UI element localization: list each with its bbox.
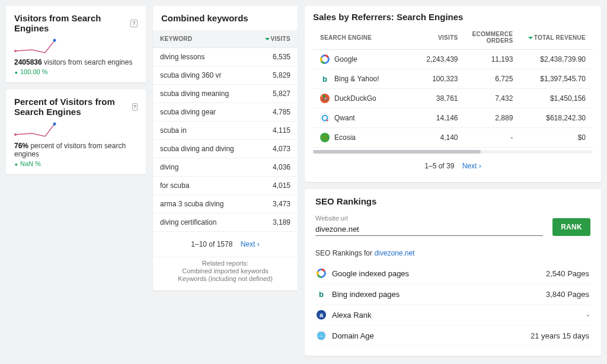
visits-cell: 4,036 — [253, 158, 298, 177]
keywords-col-visits[interactable]: Visits — [253, 30, 298, 48]
horizontal-scrollbar[interactable] — [313, 150, 593, 154]
table-row[interactable]: bBing & Yahoo!100,3236,725$1,397,545.70 — [313, 69, 593, 89]
table-row[interactable]: scuba diving meaning5,827 — [153, 85, 298, 103]
keyword-cell: diving — [153, 158, 253, 177]
arrow-up-icon: ⬥ — [14, 160, 18, 167]
visits-cell: 5,829 — [253, 66, 298, 85]
table-row[interactable]: diving4,036 — [153, 158, 298, 177]
referrers-table: Search Engine Visits Ecommerce Orders To… — [313, 25, 593, 148]
sort-desc-icon — [528, 37, 533, 39]
table-row[interactable]: diving certification3,189 — [153, 213, 298, 232]
globe-icon: 🌐 — [317, 331, 326, 340]
bing-icon: b — [320, 74, 330, 84]
revenue-cell: $2,438,739.90 — [520, 50, 593, 69]
referrers-title: Sales by Referrers: Search Engines — [313, 12, 593, 22]
related-link-1[interactable]: Combined imported keywords — [158, 267, 293, 274]
visits-cell: 2,243,439 — [419, 50, 465, 69]
seo-url-row: Website url RANK — [315, 215, 590, 236]
table-row[interactable]: 🌿Ecosia4,140-$0 — [313, 128, 593, 148]
visitors-change-value: 100.00 % — [20, 68, 47, 75]
table-row[interactable]: scuba diving and diving4,073 — [153, 140, 298, 158]
engine-cell: 🦆DuckDuckGo — [313, 89, 419, 108]
table-row[interactable]: diving lessons6,535 — [153, 48, 298, 66]
referrers-col-engine[interactable]: Search Engine — [313, 25, 419, 50]
svg-point-0 — [14, 50, 17, 52]
visitors-title: Visitors from Search Engines ? — [14, 13, 138, 33]
table-row[interactable]: scuba diving gear4,785 — [153, 103, 298, 122]
seo-row-value: 21 years 15 days — [531, 331, 589, 340]
revenue-cell: $618,242.30 — [520, 108, 593, 128]
rank-button[interactable]: RANK — [552, 218, 590, 236]
visits-cell: 3,473 — [253, 195, 298, 213]
keyword-cell: scuba diving 360 vr — [153, 66, 253, 85]
visits-cell: 5,827 — [253, 85, 298, 103]
table-row[interactable]: 🦆DuckDuckGo38,7617,432$1,450,156 — [313, 89, 593, 108]
revenue-cell: $1,397,545.70 — [520, 69, 593, 89]
table-row[interactable]: Google2,243,43911,193$2,438,739.90 — [313, 50, 593, 69]
percent-stat-value: 76% — [14, 142, 28, 150]
keyword-cell: diving lessons — [153, 48, 253, 66]
engine-cell: Google — [313, 50, 419, 69]
percent-sparkline — [14, 120, 138, 139]
keywords-related: Related reports: Combined imported keywo… — [153, 257, 298, 290]
sort-desc-icon — [265, 38, 270, 40]
keyword-cell: scuba diving gear — [153, 103, 253, 122]
seo-row-value: 3,840 Pages — [546, 290, 589, 299]
keywords-pager: 1–10 of 1578 Next › — [153, 232, 298, 257]
seo-title: SEO Rankings — [315, 196, 590, 206]
table-row[interactable]: arma 3 scuba diving3,473 — [153, 195, 298, 213]
visits-cell: 4,015 — [253, 177, 298, 195]
keywords-title: Combined keywords — [153, 6, 298, 27]
visits-cell: 4,140 — [419, 128, 465, 148]
table-row[interactable]: scuba in4,115 — [153, 122, 298, 140]
ecosia-icon: 🌿 — [320, 133, 330, 142]
seo-row-label: Bing indexed pages — [332, 290, 400, 299]
help-icon[interactable]: ? — [132, 103, 138, 111]
keywords-pager-label: 1–10 of 1578 — [191, 240, 232, 248]
keyword-cell: scuba diving and diving — [153, 140, 253, 158]
keyword-cell: diving certification — [153, 213, 253, 232]
seo-sub: SEO Rankings for divezone.net — [315, 249, 590, 257]
keywords-table: Keyword Visits diving lessons6,535scuba … — [153, 30, 298, 232]
arrow-up-icon: ⬥ — [14, 68, 18, 75]
alexa-icon: a — [317, 310, 326, 320]
list-item: Google indexed pages2,540 Pages — [315, 263, 590, 284]
list-item: aAlexa Rank- — [315, 305, 590, 325]
duckduckgo-icon: 🦆 — [320, 94, 330, 103]
referrers-card: Sales by Referrers: Search Engines Searc… — [305, 6, 601, 182]
seo-url-input[interactable] — [315, 223, 543, 236]
percent-stat-label: percent of visitors from search engines — [14, 142, 126, 158]
visits-cell: 4,785 — [253, 103, 298, 122]
keyword-cell: scuba diving meaning — [153, 85, 253, 103]
visits-cell: 4,115 — [253, 122, 298, 140]
seo-row-label: Google indexed pages — [332, 269, 409, 278]
visits-cell: 100,323 — [419, 69, 465, 89]
seo-row-label: Alexa Rank — [332, 311, 371, 320]
seo-row-label: Domain Age — [332, 331, 374, 340]
table-row[interactable]: scuba diving 360 vr5,829 — [153, 66, 298, 85]
referrers-col-orders[interactable]: Ecommerce Orders — [465, 25, 520, 50]
seo-sub-link[interactable]: divezone.net — [374, 249, 414, 257]
keywords-col-keyword[interactable]: Keyword — [153, 30, 253, 48]
list-item: bBing indexed pages3,840 Pages — [315, 284, 590, 305]
visitors-card: Visitors from Search Engines ? 2405836 v… — [6, 6, 146, 82]
google-icon — [317, 269, 326, 278]
visits-cell: 3,189 — [253, 213, 298, 232]
referrers-next[interactable]: Next › — [462, 162, 481, 170]
keywords-next[interactable]: Next › — [241, 240, 260, 248]
help-icon[interactable]: ? — [130, 20, 138, 27]
list-item: 🌐Domain Age21 years 15 days — [315, 325, 590, 346]
table-row[interactable]: Qwant14,1462,889$618,242.30 — [313, 108, 593, 128]
related-link-2[interactable]: Keywords (including not defined) — [158, 275, 293, 282]
orders-cell: 7,432 — [465, 89, 520, 108]
table-row[interactable]: for scuba4,015 — [153, 177, 298, 195]
visitors-change: ⬥ 100.00 % — [14, 68, 138, 75]
engine-cell: 🌿Ecosia — [313, 128, 419, 148]
visitors-sparkline — [14, 37, 138, 56]
orders-cell: - — [465, 128, 520, 148]
orders-cell: 11,193 — [465, 50, 520, 69]
referrers-col-visits[interactable]: Visits — [419, 25, 465, 50]
referrers-col-revenue[interactable]: Total Revenue — [520, 25, 593, 50]
keyword-cell: arma 3 scuba diving — [153, 195, 253, 213]
percent-card: Percent of Visitors from Search Engines … — [6, 90, 146, 174]
